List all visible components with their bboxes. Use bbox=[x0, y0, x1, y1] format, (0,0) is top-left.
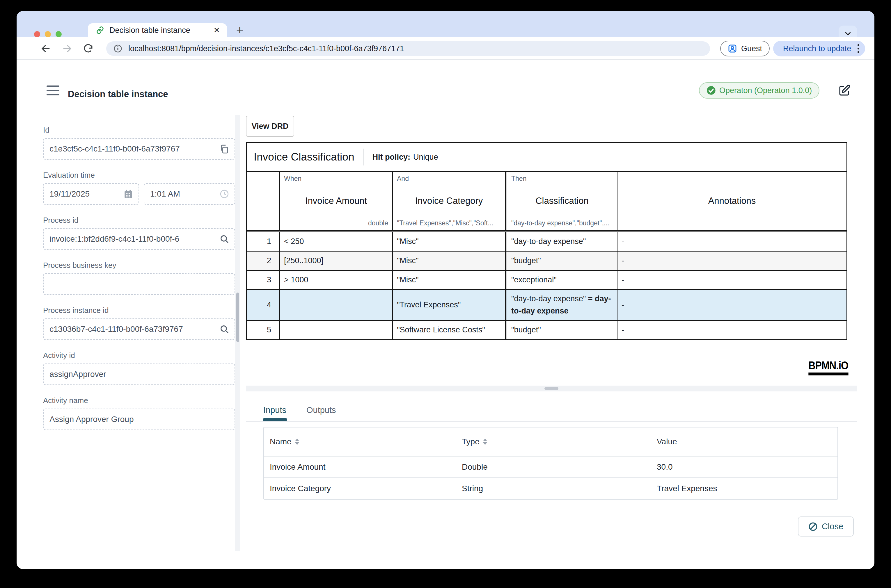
field-label-id: Id bbox=[43, 126, 50, 134]
reload-button[interactable] bbox=[82, 42, 95, 55]
rule-cell: "day-to-day expense" bbox=[505, 232, 617, 251]
rule-number: 1 bbox=[247, 232, 279, 251]
tab-inputs[interactable]: Inputs bbox=[263, 405, 286, 415]
rule-cell: "exceptional" bbox=[505, 271, 617, 290]
tabs-divider-line bbox=[246, 421, 857, 422]
rule-cell: "budget" bbox=[505, 321, 617, 339]
guest-label: Guest bbox=[741, 44, 762, 53]
sort-icon[interactable] bbox=[295, 438, 299, 445]
annotations-column-header: Annotations bbox=[617, 172, 846, 230]
menu-hamburger-icon[interactable] bbox=[47, 86, 59, 95]
close-button[interactable]: Close bbox=[798, 516, 854, 537]
activity-name-field[interactable]: Assign Approver Group bbox=[43, 409, 235, 430]
browser-tab[interactable]: Decision table instance ✕ bbox=[88, 23, 227, 37]
browser-window: Decision table instance ✕ + localhost:80… bbox=[17, 11, 874, 569]
table-row: Invoice Category String Travel Expenses bbox=[264, 478, 837, 499]
panel-resize-divider[interactable] bbox=[246, 386, 857, 392]
relaunch-label: Relaunch to update bbox=[783, 44, 851, 53]
inputs-table: Name Type Value Invoice Amount Double 30… bbox=[263, 427, 838, 500]
macos-close-button[interactable] bbox=[34, 31, 40, 37]
cell-name: Invoice Amount bbox=[264, 462, 462, 472]
output-column-header: Then Classification "day-to-day expense"… bbox=[505, 172, 617, 230]
rule-cell: "budget" bbox=[505, 252, 617, 270]
decision-rule-row-matched: 4 "Travel Expenses" "day-to-day expense"… bbox=[247, 290, 846, 321]
clock-icon[interactable] bbox=[219, 189, 229, 199]
rule-cell: "Travel Expenses" bbox=[392, 290, 505, 320]
decision-rule-row: 3 > 1000 "Misc" "exceptional" - bbox=[247, 271, 846, 290]
rule-cell bbox=[279, 290, 392, 320]
cell-value: Travel Expenses bbox=[657, 484, 837, 493]
evaluation-time-field[interactable]: 1:01 AM bbox=[144, 183, 235, 205]
process-id-value: invoice:1:bf2dd6f9-c4c1-11f0-b00f-6 bbox=[50, 234, 179, 243]
rule-cell: - bbox=[617, 321, 846, 339]
rule-cell: [250..1000] bbox=[279, 252, 392, 270]
decision-table-title: Invoice Classification bbox=[254, 151, 354, 163]
activity-name-value: Assign Approver Group bbox=[50, 415, 134, 424]
id-field[interactable]: c1e3cf5c-c4c1-11f0-b00f-6a73f9767 bbox=[43, 138, 235, 160]
macos-zoom-button[interactable] bbox=[56, 31, 62, 37]
url-bar[interactable]: localhost:8081/bpm/decision-instances/c1… bbox=[106, 41, 710, 56]
decision-rule-row: 1 < 250 "Misc" "day-to-day expense" - bbox=[247, 232, 846, 252]
rule-cell: - bbox=[617, 290, 846, 320]
guest-profile-button[interactable]: Guest bbox=[720, 41, 770, 56]
input-column-header: And Invoice Category "Travel Expenses","… bbox=[392, 172, 505, 230]
browser-menu-icon[interactable] bbox=[858, 44, 859, 53]
search-icon[interactable] bbox=[219, 324, 229, 334]
table-row: Invoice Amount Double 30.0 bbox=[264, 456, 837, 478]
column-header-value: Value bbox=[657, 437, 837, 446]
column-header-type[interactable]: Type bbox=[462, 437, 657, 446]
rule-cell: > 1000 bbox=[279, 271, 392, 290]
rule-number: 4 bbox=[247, 290, 279, 320]
ban-icon bbox=[808, 522, 818, 531]
rule-cell: - bbox=[617, 232, 846, 251]
relaunch-to-update-button[interactable]: Relaunch to update bbox=[773, 41, 865, 56]
evaluation-date-field[interactable]: 19/11/2025 bbox=[43, 183, 139, 205]
tab-close-icon[interactable]: ✕ bbox=[213, 26, 220, 35]
sidebar-scrollbar-thumb[interactable] bbox=[236, 292, 239, 342]
drag-handle-icon[interactable] bbox=[544, 387, 558, 390]
process-instance-id-field[interactable]: c13036b7-c4c1-11f0-b00f-6a73f9767 bbox=[43, 318, 235, 340]
copy-icon[interactable] bbox=[219, 144, 229, 154]
sidebar-scrollbar[interactable] bbox=[235, 115, 240, 551]
rule-cell: "Software License Costs" bbox=[392, 321, 505, 339]
check-circle-icon bbox=[706, 86, 716, 95]
view-drd-button[interactable]: View DRD bbox=[246, 116, 294, 136]
new-tab-button[interactable]: + bbox=[233, 24, 246, 37]
engine-badge-label: Operaton (Operaton 1.0.0) bbox=[719, 86, 812, 95]
search-icon[interactable] bbox=[219, 234, 229, 244]
forward-button[interactable] bbox=[61, 42, 74, 55]
favicon-link-icon bbox=[96, 26, 104, 34]
decision-rule-row: 5 "Software License Costs" "budget" - bbox=[247, 321, 846, 339]
close-label: Close bbox=[822, 522, 843, 531]
bpmn-io-logo[interactable]: BPMN.iO bbox=[808, 359, 848, 375]
cell-name: Invoice Category bbox=[264, 484, 462, 493]
tab-strip: Decision table instance ✕ + bbox=[17, 11, 874, 37]
process-id-field[interactable]: invoice:1:bf2dd6f9-c4c1-11f0-b00f-6 bbox=[43, 228, 235, 250]
decision-table-header-row: When Invoice Amount double And Invoice C… bbox=[247, 171, 846, 232]
activity-id-field[interactable]: assignApprover bbox=[43, 363, 235, 385]
info-icon[interactable] bbox=[113, 44, 123, 53]
rule-cell: < 250 bbox=[279, 232, 392, 251]
evaluation-time-value: 1:01 AM bbox=[150, 189, 180, 198]
title-divider bbox=[363, 148, 364, 165]
field-label-process-business-key: Process business key bbox=[43, 261, 116, 270]
macos-minimize-button[interactable] bbox=[45, 31, 51, 37]
cell-type: Double bbox=[462, 462, 657, 472]
field-label-evaluation-time: Evaluation time bbox=[43, 171, 95, 179]
rule-cell: "Misc" bbox=[392, 271, 505, 290]
process-business-key-field[interactable] bbox=[43, 273, 235, 295]
page-title: Decision table instance bbox=[68, 89, 168, 99]
back-button[interactable] bbox=[39, 42, 52, 55]
tab-outputs[interactable]: Outputs bbox=[307, 405, 336, 415]
calendar-icon[interactable] bbox=[123, 189, 133, 199]
engine-status-badge[interactable]: Operaton (Operaton 1.0.0) bbox=[699, 82, 819, 99]
active-tab-underline bbox=[263, 418, 287, 421]
rule-cell: "day-to-day expense" = day-to-day expens… bbox=[505, 290, 617, 320]
edit-icon[interactable] bbox=[838, 84, 851, 97]
sort-icon[interactable] bbox=[483, 438, 487, 445]
rule-cell: "Misc" bbox=[392, 252, 505, 270]
column-header-name[interactable]: Name bbox=[264, 437, 462, 446]
field-label-process-id: Process id bbox=[43, 216, 78, 225]
chevron-down-icon bbox=[844, 29, 852, 38]
field-label-process-instance-id: Process instance id bbox=[43, 306, 108, 315]
